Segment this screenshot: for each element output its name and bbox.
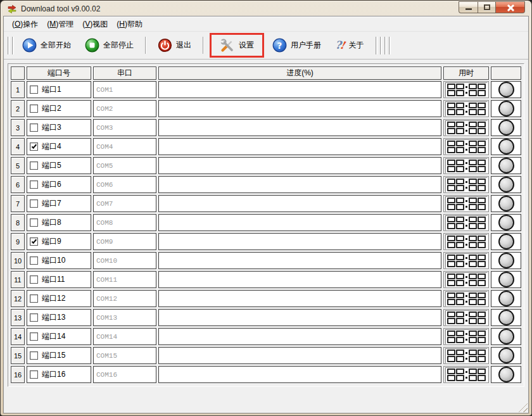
time-display: [445, 120, 488, 136]
port-table-panel: 端口号 串口 进度(%) 用时 1 端口1 COM1 2: [8, 63, 524, 387]
table-row: 8 端口8 COM8: [11, 214, 521, 231]
port-cell[interactable]: 端口4: [27, 138, 91, 155]
time-cell: [443, 366, 489, 383]
port-checkbox[interactable]: [30, 237, 38, 246]
progress-bar: [158, 347, 441, 364]
time-display: [445, 348, 488, 363]
port-checkbox[interactable]: [30, 104, 38, 113]
serial-port-input[interactable]: COM1: [93, 81, 156, 98]
port-checkbox[interactable]: [30, 256, 38, 265]
menu-item-view[interactable]: (V)视图: [79, 17, 111, 32]
status-cell: [491, 271, 521, 288]
serial-port-input[interactable]: COM8: [93, 214, 156, 231]
serial-port-input[interactable]: COM4: [93, 138, 156, 155]
time-cell: [443, 233, 489, 250]
time-display: [445, 101, 488, 117]
settings-button[interactable]: 设置: [217, 36, 256, 55]
row-index: 1: [11, 81, 25, 98]
status-indicator-icon: [498, 101, 514, 117]
about-button[interactable]: ?! 关于: [330, 37, 369, 54]
port-cell[interactable]: 端口15: [27, 347, 91, 364]
row-index: 10: [11, 252, 25, 269]
port-cell[interactable]: 端口6: [27, 176, 91, 193]
row-index: 11: [11, 271, 25, 288]
settings-label: 设置: [239, 40, 254, 51]
port-checkbox[interactable]: [30, 218, 38, 227]
serial-port-input[interactable]: COM7: [93, 195, 156, 212]
menu-item-manage[interactable]: (M)管理: [43, 17, 77, 32]
port-cell[interactable]: 端口5: [27, 157, 91, 174]
port-checkbox[interactable]: [30, 199, 38, 208]
port-cell[interactable]: 端口8: [27, 214, 91, 231]
serial-port-input[interactable]: COM13: [93, 309, 156, 326]
exit-button[interactable]: 退出: [153, 35, 196, 56]
port-checkbox[interactable]: [30, 313, 38, 322]
serial-port-input[interactable]: COM12: [93, 290, 156, 307]
port-checkbox[interactable]: [30, 180, 38, 189]
time-cell: [443, 328, 489, 345]
app-window: Download tool v9.00.02 (O)操作 (M)管理 (V)视图…: [0, 0, 532, 416]
menu-item-help[interactable]: (H)帮助: [113, 17, 146, 32]
serial-port-input[interactable]: COM6: [93, 176, 156, 193]
port-checkbox[interactable]: [30, 332, 38, 341]
toolbar-grip[interactable]: [384, 37, 386, 54]
serial-port-input[interactable]: COM10: [93, 252, 156, 269]
serial-port-input[interactable]: COM16: [93, 366, 156, 383]
port-label: 端口1: [42, 84, 61, 95]
port-cell[interactable]: 端口1: [27, 81, 91, 98]
port-cell[interactable]: 端口13: [27, 309, 91, 326]
menu-item-operation[interactable]: (O)操作: [8, 17, 42, 32]
port-checkbox[interactable]: [30, 294, 38, 303]
toolbar-grip[interactable]: [380, 37, 382, 54]
port-cell[interactable]: 端口10: [27, 252, 91, 269]
title-bar[interactable]: Download tool v9.00.02: [3, 1, 529, 16]
port-cell[interactable]: 端口16: [27, 366, 91, 383]
toolbar-grip[interactable]: [376, 37, 377, 54]
serial-port-input[interactable]: COM15: [93, 347, 156, 364]
port-cell[interactable]: 端口7: [27, 195, 91, 212]
close-button[interactable]: [496, 1, 525, 13]
maximize-button[interactable]: [478, 1, 496, 13]
row-index: 9: [11, 233, 25, 250]
toolbar-grip[interactable]: [389, 37, 391, 54]
time-cell: [443, 347, 489, 364]
serial-port-input[interactable]: COM9: [93, 233, 156, 250]
port-cell[interactable]: 端口12: [27, 290, 91, 307]
port-checkbox[interactable]: [30, 275, 38, 284]
port-checkbox[interactable]: [30, 351, 38, 360]
close-icon: [507, 4, 514, 11]
resize-grip-icon[interactable]: [518, 403, 528, 412]
serial-port-input[interactable]: COM14: [93, 328, 156, 345]
serial-port-input[interactable]: COM2: [93, 100, 156, 117]
port-checkbox[interactable]: [30, 123, 38, 132]
user-manual-button[interactable]: ? 用户手册: [267, 35, 326, 56]
minimize-button[interactable]: [459, 1, 478, 13]
time-display: [445, 291, 488, 306]
serial-port-input[interactable]: COM5: [93, 157, 156, 174]
status-cell: [491, 252, 521, 269]
status-indicator-icon: [498, 177, 514, 192]
table-row: 4 端口4 COM4: [11, 138, 521, 155]
port-cell[interactable]: 端口3: [27, 119, 91, 136]
port-cell[interactable]: 端口2: [27, 100, 91, 117]
port-checkbox[interactable]: [30, 370, 38, 379]
port-cell[interactable]: 端口11: [27, 271, 91, 288]
status-cell: [491, 309, 521, 326]
table-row: 11 端口11 COM11: [11, 271, 521, 288]
port-checkbox[interactable]: [30, 85, 38, 94]
port-checkbox[interactable]: [30, 161, 38, 170]
toolbar-grip[interactable]: [8, 37, 10, 54]
port-label: 端口15: [42, 350, 65, 361]
port-cell[interactable]: 端口9: [27, 233, 91, 250]
serial-port-input[interactable]: COM3: [93, 119, 156, 136]
start-all-button[interactable]: 全部开始: [17, 35, 76, 56]
toolbar-grip[interactable]: [12, 37, 14, 54]
time-cell: [443, 81, 489, 98]
progress-bar: [158, 138, 441, 155]
progress-bar: [158, 214, 441, 231]
port-cell[interactable]: 端口14: [27, 328, 91, 345]
row-index: 6: [11, 176, 25, 193]
port-checkbox[interactable]: [30, 142, 38, 151]
stop-all-button[interactable]: 全部停止: [80, 35, 139, 56]
serial-port-input[interactable]: COM11: [93, 271, 156, 288]
